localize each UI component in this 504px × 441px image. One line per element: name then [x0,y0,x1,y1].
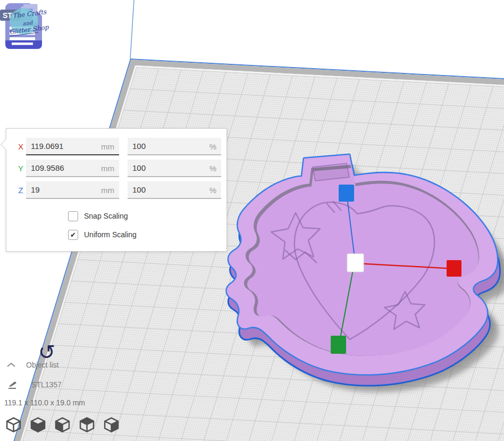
scale-y-percent-field[interactable]: % [128,160,221,177]
top-view-button[interactable] [55,417,70,432]
front-view-button[interactable] [30,417,46,432]
scale-x-mm-field[interactable]: mm [26,138,119,155]
scale-handle-x[interactable] [447,260,461,277]
object-list-toggle[interactable]: Object list [6,361,58,369]
uniform-scaling-checkbox[interactable]: ✔ Uniform Scaling [68,229,137,240]
object-name: STL1357 [31,380,62,389]
snap-scaling-checkbox[interactable]: ✔ Snap Scaling [68,210,128,222]
chevron-up-icon [6,362,16,368]
object-name-row[interactable]: STL1357 [7,380,62,389]
camera-view-toolbar [6,417,119,432]
check-icon: ✔ [70,231,76,239]
scale-z-percent-field[interactable]: % [128,181,221,199]
left-view-button[interactable] [79,417,95,432]
build-plate-grid [11,67,504,441]
isometric-view-button[interactable] [6,417,21,432]
scale-y-mm-field[interactable]: mm [26,160,119,177]
axis-label-y: Y [15,164,26,173]
axis-label-z: Z [15,186,26,195]
scale-tool-panel: X mm % Y mm % Z mm % ↺ ✔ [6,128,227,252]
object-dimensions: 119.1 x 110.0 x 19.0 mm [4,398,85,407]
right-view-button[interactable] [104,417,119,432]
stl-file-logo: STL The Crafts and Glitter Shop [0,2,53,51]
scale-handle-center[interactable] [347,254,364,272]
scale-handle-z[interactable] [339,185,354,202]
pencil-icon [7,380,19,389]
scale-x-percent-field[interactable]: % [128,138,221,155]
scale-handle-y[interactable] [331,336,346,354]
scale-z-mm-field[interactable]: mm [26,181,119,199]
snap-scaling-label: Snap Scaling [84,212,128,220]
object-list-label: Object list [26,361,58,369]
uniform-scaling-label: Uniform Scaling [84,230,137,239]
axis-label-x: X [15,142,26,151]
